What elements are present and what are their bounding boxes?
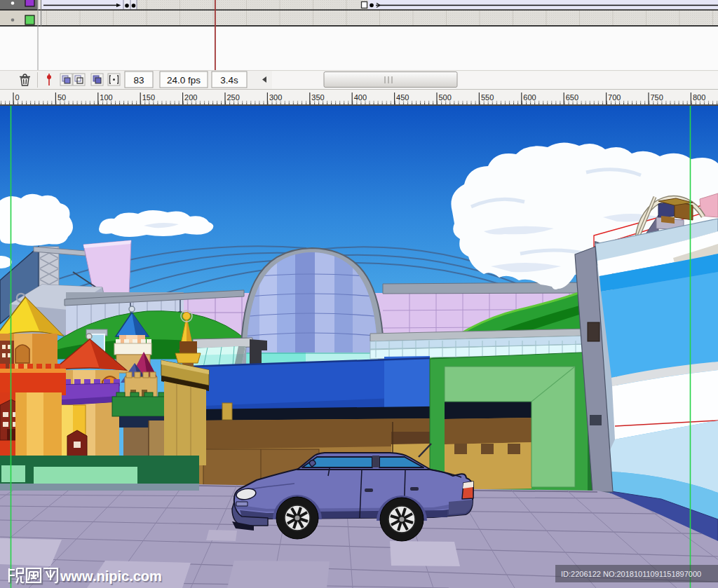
svg-text:650: 650 — [566, 93, 578, 102]
svg-text:400: 400 — [354, 93, 367, 102]
svg-text:50: 50 — [57, 93, 66, 102]
svg-text:700: 700 — [608, 93, 621, 102]
svg-text:100: 100 — [100, 93, 112, 102]
svg-text:ID:2206122 NO:2018101109115189: ID:2206122 NO:20181011091151897000 — [561, 570, 701, 578]
svg-text:750: 750 — [651, 93, 663, 102]
svg-text:500: 500 — [439, 93, 452, 102]
svg-text:200: 200 — [184, 93, 197, 102]
svg-text:800: 800 — [693, 93, 705, 102]
svg-text:83: 83 — [133, 75, 144, 86]
svg-text:350: 350 — [311, 93, 324, 102]
svg-text:550: 550 — [481, 93, 494, 102]
svg-text:24.0 fps: 24.0 fps — [167, 75, 201, 86]
svg-text:www.nipic.com: www.nipic.com — [60, 568, 162, 584]
svg-text:0: 0 — [15, 93, 20, 102]
svg-text:450: 450 — [396, 93, 409, 102]
svg-text:300: 300 — [269, 93, 282, 102]
svg-text:3.4s: 3.4s — [220, 75, 238, 86]
svg-text:250: 250 — [227, 93, 240, 102]
svg-text:600: 600 — [523, 93, 536, 102]
svg-text:150: 150 — [142, 93, 155, 102]
